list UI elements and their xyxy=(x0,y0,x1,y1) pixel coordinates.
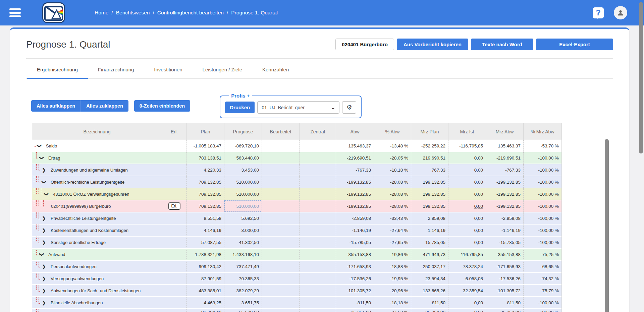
tree-guide-line xyxy=(34,212,34,218)
print-button[interactable]: Drucken xyxy=(225,102,255,113)
expand-chevron-icon[interactable]: ❯ xyxy=(42,216,46,221)
alles-aufklappen-button[interactable]: Alles aufklappen xyxy=(31,100,80,112)
expand-chevron-icon[interactable]: ❯ xyxy=(42,300,46,305)
excel-export-button[interactable]: Excel-Export xyxy=(536,39,613,50)
mrz-abw-cell: -355.153,88 xyxy=(486,249,524,260)
page-scrollbar[interactable] xyxy=(639,2,643,153)
expand-chevron-icon[interactable]: ❯ xyxy=(42,228,46,233)
column-header-mrz-plan: Mrz Plan xyxy=(411,123,448,140)
prognose-cell: 563.448,00 xyxy=(224,152,262,164)
mrz-abw-pct-cell: -100,00 % xyxy=(524,188,561,200)
column-header-bezeichnung: Bezeichnung xyxy=(32,123,162,140)
breadcrumb-item-home[interactable]: Home xyxy=(95,10,108,16)
mrz-ist-link[interactable]: 0,00 xyxy=(474,204,483,209)
mrz-abw-pct-cell: -100,00 % xyxy=(524,212,561,224)
tab-kennzahlen[interactable]: Kennzahlen xyxy=(252,59,299,78)
texte-nach-word-button[interactable]: Texte nach Word xyxy=(471,39,533,50)
bearbeitet-cell xyxy=(262,309,300,312)
table-scrollbar[interactable] xyxy=(605,139,609,312)
prognose-cell: 70.365,33 xyxy=(224,273,262,284)
table-row: ❯Aufwendungen für Sach- und Dienstleistu… xyxy=(32,285,561,297)
bearbeitet-cell xyxy=(262,237,300,248)
tab-finanzrechnung[interactable]: Finanzrechnung xyxy=(88,59,144,78)
table-row: ❯43110001 ÖROZ Verwaltungsgebühren709.13… xyxy=(32,188,561,200)
table-row: ❯Bilanzielle Abschreibungen4.463,253.651… xyxy=(32,297,561,309)
collapse-chevron-icon[interactable]: ❯ xyxy=(39,252,44,257)
tree-guide-line xyxy=(34,164,34,170)
erl-cell xyxy=(162,176,187,188)
alles-zuklappen-button[interactable]: Alles zuklappen xyxy=(80,100,128,112)
profile-select[interactable]: 01_UJ_Bericht_quer ⌄ xyxy=(257,101,339,114)
org-unit-badge: 020401 Bürgerbüro xyxy=(335,39,394,50)
breadcrumb-item-controllingbericht-bearbeiten[interactable]: Controllingbericht bearbeiten xyxy=(157,10,224,16)
erl-cell xyxy=(162,140,187,151)
tree-guide-line xyxy=(36,164,37,170)
row-label: Zuwendungen und allgemeine Umlagen xyxy=(51,168,128,173)
tree-guide-line xyxy=(39,164,40,171)
mrz-abw-cell: -101.305,72 xyxy=(486,285,524,296)
tree-guide-line xyxy=(39,273,40,279)
row-label-cell xyxy=(32,309,162,312)
mrz-abw-pct-cell: -100,00 % xyxy=(524,200,561,212)
0-zeilen-einblenden-button[interactable]: 0-Zeilen einblenden xyxy=(134,100,190,112)
app-logo[interactable] xyxy=(42,2,65,23)
expand-chevron-icon[interactable]: ❯ xyxy=(42,276,46,281)
prognose-cell: 3.453,00 xyxy=(224,164,262,176)
prognose-cell: 510.000,00 xyxy=(224,176,262,188)
mrz-abw-cell: -199.132,85 xyxy=(486,200,524,212)
column-header-mrz-abw: Mrz Abw xyxy=(486,123,524,140)
profile-select-value: 01_UJ_Bericht_quer xyxy=(262,105,305,110)
content-card: Prognose 1. Quartal 020401 Bürgerbüro Au… xyxy=(10,27,629,312)
collapse-chevron-icon[interactable]: ❯ xyxy=(42,180,47,184)
aus-vorbericht-kopieren-button[interactable]: Aus Vorbericht kopieren xyxy=(397,39,468,50)
tab-ergebnisrechnung[interactable]: Ergebnisrechnung xyxy=(27,59,88,78)
prognose-cell[interactable]: 510.000,00 xyxy=(224,200,262,212)
expand-chevron-icon[interactable]: ❯ xyxy=(42,264,46,269)
help-icon[interactable]: ? xyxy=(593,7,604,18)
row-label: Aufwand xyxy=(48,252,65,257)
erl-button[interactable]: Erl. xyxy=(168,202,180,210)
row-label-cell: ❯Versorgungsaufwendungen xyxy=(32,273,162,284)
tree-guide-line xyxy=(39,212,40,219)
mrz-abw-cell: 135.463,37 xyxy=(486,140,524,151)
breadcrumb-item-prognose-1-quartal[interactable]: Prognose 1. Quartal xyxy=(231,10,278,16)
breadcrumb-item-berichtswesen[interactable]: Berichtswesen xyxy=(116,10,150,16)
hamburger-menu-icon[interactable] xyxy=(9,8,21,17)
tree-guide-line xyxy=(34,237,34,242)
gear-icon[interactable]: ⚙ xyxy=(342,101,356,114)
expand-chevron-icon[interactable]: ❯ xyxy=(42,168,46,173)
expand-chevron-icon[interactable]: ❯ xyxy=(42,288,46,293)
erl-cell xyxy=(162,261,187,272)
mrz-abw-pct-cell: -100,00 % xyxy=(524,237,561,248)
erl-cell xyxy=(162,273,187,284)
collapse-chevron-icon[interactable]: ❯ xyxy=(37,143,42,148)
tab-bar: ErgebnisrechnungFinanzrechnungInvestitio… xyxy=(26,59,613,79)
collapse-chevron-icon[interactable]: ❯ xyxy=(44,192,49,196)
expand-chevron-icon[interactable]: ❯ xyxy=(42,240,46,245)
zentral-cell xyxy=(300,225,336,236)
bearbeitet-cell xyxy=(262,188,300,200)
page-title: Prognose 1. Quartal xyxy=(26,39,110,50)
plan-cell: -1.005.183,47 xyxy=(187,140,224,151)
tree-guide-line xyxy=(39,200,39,206)
bearbeitet-cell xyxy=(262,273,300,284)
tab-leistungen-ziele[interactable]: Leistungen / Ziele xyxy=(193,59,252,78)
prognose-cell: 737.471,49 xyxy=(224,261,262,272)
tab-investitionen[interactable]: Investitionen xyxy=(144,59,192,78)
plan-cell: 709.132,85 xyxy=(187,188,224,200)
mrz-plan-cell: 2.859,08 xyxy=(411,212,448,224)
table-row: 020401(99999999) BürgerbüroErl.709.132,8… xyxy=(32,200,561,212)
tree-guide-line xyxy=(36,200,37,206)
user-avatar-icon[interactable] xyxy=(614,6,627,19)
breadcrumb-separator: / xyxy=(227,10,228,16)
prognose-cell: 382.079,29 xyxy=(224,285,262,296)
zentral-cell xyxy=(300,309,336,312)
collapse-chevron-icon[interactable]: ❯ xyxy=(39,155,44,160)
mrz-abw-cell: -171.658,93 xyxy=(486,261,524,272)
mrz-ist-cell: 0,00 xyxy=(448,309,486,312)
mrz-ist-cell: 78.378,24 xyxy=(448,261,486,272)
tree-guide-line xyxy=(39,237,40,243)
mrz-ist-cell: -116.795,85 xyxy=(448,140,486,151)
row-label-cell: ❯Kostenerstattungen und Kostenumlagen xyxy=(32,225,162,236)
abw-cell: -199.132,85 xyxy=(336,200,374,212)
